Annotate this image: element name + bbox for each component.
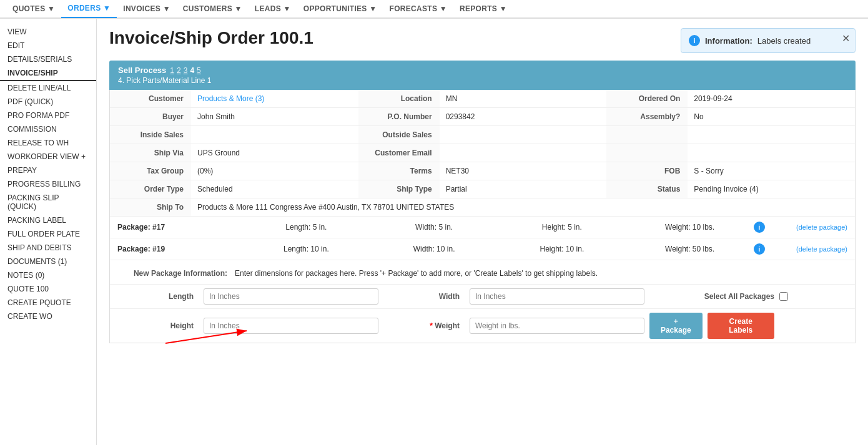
width-label: Width xyxy=(383,292,465,301)
ship-type-label: Ship Type xyxy=(358,180,440,198)
package-2-delete[interactable]: (delete package) xyxy=(772,245,847,253)
main-content: Invoice/Ship Order 100.1 i Information: … xyxy=(97,19,868,445)
customer-email-value xyxy=(440,144,607,162)
nav-quotes[interactable]: QUOTES ▼ xyxy=(6,0,61,18)
tax-group-value: (0%) xyxy=(191,162,358,180)
package-2-weight: Weight: 50 lbs. xyxy=(626,245,754,253)
sidebar-item-full-order-plate[interactable]: FULL ORDER PLATE xyxy=(0,227,96,241)
new-package-label: New Package Information: xyxy=(110,267,235,278)
order-type-label: Order Type xyxy=(110,180,191,198)
sidebar-item-documents[interactable]: DOCUMENTS (1) xyxy=(0,255,96,268)
empty-value-2 xyxy=(688,144,855,162)
customer-value: Products & More (3) xyxy=(191,90,358,107)
sidebar-item-release-to-wh[interactable]: RELEASE TO WH xyxy=(0,136,96,150)
new-package-description: Enter dimensions for packages here. Pres… xyxy=(235,267,855,278)
step-3[interactable]: 3 xyxy=(184,66,188,75)
nav-invoices[interactable]: INVOICES ▼ xyxy=(117,0,177,18)
sidebar-item-prepay[interactable]: PREPAY xyxy=(0,164,96,177)
sidebar-item-packing-label[interactable]: PACKING LABEL xyxy=(0,213,96,227)
sidebar-item-workorder-view[interactable]: WORKORDER VIEW + xyxy=(0,150,96,164)
step-4[interactable]: 4 xyxy=(190,66,194,75)
package-1-id: Package: #17 xyxy=(117,223,242,232)
package-row-2: Package: #19 Length: 10 in. Width: 10 in… xyxy=(110,238,855,260)
package-1-delete[interactable]: (delete package) xyxy=(772,223,847,231)
sidebar-item-quote-100[interactable]: QUOTE 100 xyxy=(0,282,96,296)
new-package-info-row: New Package Information: Enter dimension… xyxy=(110,260,855,285)
package-2-info-icon[interactable]: i xyxy=(754,243,765,255)
empty-label-1 xyxy=(606,126,688,144)
step-5[interactable]: 5 xyxy=(197,66,201,75)
weight-required-star: * xyxy=(430,321,433,330)
order-row-tax: Tax Group (0%) Terms NET30 FOB S - Sorry xyxy=(110,162,855,180)
sidebar-item-notes[interactable]: NOTES (0) xyxy=(0,268,96,282)
sidebar-item-create-pquote[interactable]: CREATE PQUOTE xyxy=(0,296,96,310)
fob-label: FOB xyxy=(606,162,688,180)
weight-input[interactable] xyxy=(470,318,644,334)
status-label: Status xyxy=(606,180,688,198)
package-1-info-icon[interactable]: i xyxy=(754,222,765,233)
height-label: Height xyxy=(117,321,199,330)
outside-sales-label: Outside Sales xyxy=(358,126,440,144)
fob-value: S - Sorry xyxy=(688,162,855,180)
weight-label-text: Weight xyxy=(435,321,460,330)
step-2[interactable]: 2 xyxy=(177,66,181,75)
height-input[interactable] xyxy=(204,318,378,334)
add-package-button[interactable]: + Package xyxy=(649,313,703,339)
action-buttons: + Package Create Labels xyxy=(649,313,774,339)
location-label: Location xyxy=(358,90,440,107)
package-1-width: Width: 5 in. xyxy=(370,223,498,232)
nav-opportunities[interactable]: OPPORTUNITIES ▼ xyxy=(297,0,383,18)
sidebar-item-create-wo[interactable]: CREATE WO xyxy=(0,310,96,323)
sell-process-label: Sell Process xyxy=(118,66,166,75)
info-banner-message: Labels created xyxy=(757,36,811,46)
sidebar: VIEW EDIT DETAILS/SERIALS INVOICE/SHIP D… xyxy=(0,19,97,445)
sidebar-item-details-serials[interactable]: DETAILS/SERIALS xyxy=(0,52,96,66)
sidebar-item-edit[interactable]: EDIT xyxy=(0,39,96,52)
customer-email-label: Customer Email xyxy=(358,144,440,162)
empty-value-1 xyxy=(688,126,855,144)
top-navigation: QUOTES ▼ ORDERS ▼ INVOICES ▼ CUSTOMERS ▼… xyxy=(0,0,868,19)
nav-customers[interactable]: CUSTOMERS ▼ xyxy=(177,0,249,18)
sidebar-item-view[interactable]: VIEW xyxy=(0,25,96,39)
nav-orders[interactable]: ORDERS ▼ xyxy=(61,0,117,18)
width-input[interactable] xyxy=(470,288,644,305)
sidebar-item-progress-billing[interactable]: PROGRESS BILLING xyxy=(0,177,96,191)
sidebar-item-pro-forma-pdf[interactable]: PRO FORMA PDF xyxy=(0,109,96,122)
length-label: Length xyxy=(117,292,199,301)
package-1-length: Length: 5 in. xyxy=(242,223,370,232)
length-width-row: Length Width Select All Packages xyxy=(110,285,855,309)
sidebar-item-packing-slip[interactable]: PACKING SLIP (QUICK) xyxy=(0,191,96,213)
po-number-label: P.O. Number xyxy=(358,108,440,125)
sidebar-item-ship-and-debits[interactable]: SHIP AND DEBITS xyxy=(0,241,96,255)
step-1[interactable]: 1 xyxy=(170,66,174,75)
inside-sales-value xyxy=(191,126,358,144)
select-all-checkbox[interactable] xyxy=(779,292,788,301)
tax-group-label: Tax Group xyxy=(110,162,191,180)
location-value: MN xyxy=(440,90,607,107)
sidebar-item-invoice-ship[interactable]: INVOICE/SHIP xyxy=(0,66,96,81)
sidebar-item-delete-line[interactable]: DELETE LINE/ALL xyxy=(0,81,96,95)
nav-leads[interactable]: LEADS ▼ xyxy=(249,0,297,18)
select-all-label: Select All Packages xyxy=(649,292,774,301)
sidebar-item-commission[interactable]: COMMISSION xyxy=(0,122,96,136)
empty-label-2 xyxy=(606,144,688,162)
po-number-value: 0293842 xyxy=(440,108,607,125)
sell-process-sub-text: 4. Pick Parts/Material Line 1 xyxy=(118,76,847,85)
close-banner-button[interactable]: ✕ xyxy=(842,34,850,44)
create-labels-button[interactable]: Create Labels xyxy=(708,313,774,339)
ship-via-label: Ship Via xyxy=(110,144,191,162)
package-1-weight: Weight: 10 lbs. xyxy=(626,223,754,232)
nav-forecasts[interactable]: FORECASTS ▼ xyxy=(383,0,454,18)
customer-label: Customer xyxy=(110,90,191,107)
package-1-height: Height: 5 in. xyxy=(498,223,626,232)
ship-to-label: Ship To xyxy=(110,198,191,216)
ordered-on-value: 2019-09-24 xyxy=(688,90,855,107)
terms-value: NET30 xyxy=(440,162,607,180)
sidebar-item-pdf-quick[interactable]: PDF (QUICK) xyxy=(0,95,96,109)
order-row-order-type: Order Type Scheduled Ship Type Partial S… xyxy=(110,180,855,198)
sell-process-steps: 1 2 3 4 5 xyxy=(170,66,200,75)
customer-link[interactable]: Products & More (3) xyxy=(197,94,264,103)
nav-reports[interactable]: REPORTS ▼ xyxy=(453,0,513,18)
length-input[interactable] xyxy=(204,288,378,305)
ship-via-value: UPS Ground xyxy=(191,144,358,162)
